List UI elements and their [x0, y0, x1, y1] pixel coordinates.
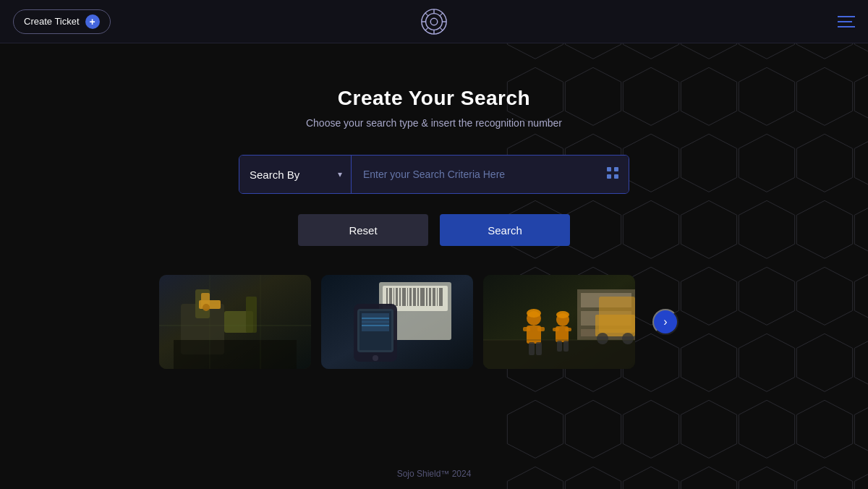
svg-line-7 [425, 13, 428, 16]
svg-rect-13 [607, 174, 611, 179]
plus-icon: + [85, 14, 100, 29]
reset-button[interactable]: Reset [298, 214, 428, 246]
carousel-images [159, 275, 635, 369]
carousel-item-robot [159, 275, 311, 369]
svg-rect-71 [529, 342, 535, 355]
svg-rect-51 [362, 313, 389, 331]
svg-rect-38 [407, 288, 408, 306]
create-ticket-button[interactable]: Create Ticket + [13, 9, 111, 34]
svg-rect-33 [389, 288, 392, 306]
svg-rect-37 [402, 288, 406, 306]
svg-rect-43 [426, 288, 427, 306]
svg-rect-45 [433, 288, 435, 306]
page-subtitle: Choose your search type & insert the rec… [306, 117, 562, 129]
svg-point-55 [373, 355, 378, 361]
svg-rect-76 [565, 328, 571, 331]
svg-line-9 [440, 13, 443, 16]
svg-point-1 [426, 13, 443, 30]
action-buttons: Reset Search [298, 214, 570, 246]
search-by-select[interactable]: Search By Asset ID Serial Number Locatio… [239, 156, 351, 193]
svg-point-80 [556, 311, 569, 318]
svg-rect-75 [553, 328, 559, 331]
svg-rect-11 [607, 167, 611, 171]
svg-rect-12 [614, 167, 618, 171]
search-input[interactable] [352, 156, 629, 193]
header: Create Ticket + [0, 0, 868, 43]
svg-rect-46 [437, 288, 438, 306]
svg-point-79 [527, 309, 541, 318]
footer: Sojo Shield™ 2024 [397, 469, 472, 479]
search-by-dropdown-wrapper[interactable]: Search By Asset ID Serial Number Locatio… [239, 156, 352, 193]
svg-rect-72 [536, 342, 542, 355]
svg-rect-77 [557, 341, 562, 352]
svg-rect-32 [386, 288, 388, 306]
svg-rect-20 [246, 297, 257, 333]
image-carousel: › [159, 275, 709, 369]
svg-rect-42 [420, 288, 425, 306]
carousel-item-workers [483, 275, 635, 369]
grid-icon [605, 166, 620, 184]
footer-text: Sojo Shield™ 2024 [397, 469, 472, 479]
svg-rect-34 [393, 288, 394, 306]
search-bar: Search By Asset ID Serial Number Locatio… [239, 155, 629, 194]
chevron-right-icon: › [663, 315, 667, 328]
svg-line-8 [440, 27, 443, 30]
svg-point-65 [597, 333, 608, 344]
svg-rect-78 [563, 341, 569, 352]
svg-point-66 [622, 333, 634, 344]
search-button[interactable]: Search [440, 214, 570, 246]
svg-rect-39 [409, 288, 412, 306]
svg-rect-21 [174, 340, 297, 369]
svg-rect-14 [614, 174, 618, 179]
svg-rect-44 [429, 288, 431, 306]
page-title: Create Your Search [338, 87, 530, 110]
svg-rect-41 [417, 288, 419, 306]
svg-line-10 [425, 27, 428, 30]
svg-point-2 [430, 18, 438, 25]
hamburger-menu-icon[interactable] [838, 16, 855, 27]
svg-rect-47 [439, 288, 443, 306]
svg-rect-35 [396, 288, 398, 306]
carousel-image-robot [159, 275, 311, 369]
carousel-image-workers [483, 275, 635, 369]
svg-rect-70 [537, 327, 545, 331]
svg-rect-40 [413, 288, 416, 306]
svg-rect-69 [523, 327, 530, 331]
carousel-item-scanner [321, 275, 473, 369]
main-content: Create Your Search Choose your search ty… [0, 43, 868, 369]
carousel-next-button[interactable]: › [652, 309, 678, 335]
logo [420, 7, 448, 36]
svg-rect-36 [399, 288, 401, 306]
carousel-image-scanner [321, 275, 473, 369]
create-ticket-label: Create Ticket [24, 16, 80, 27]
svg-point-27 [203, 304, 210, 311]
logo-svg [420, 8, 448, 35]
search-input-wrapper[interactable] [352, 156, 629, 193]
